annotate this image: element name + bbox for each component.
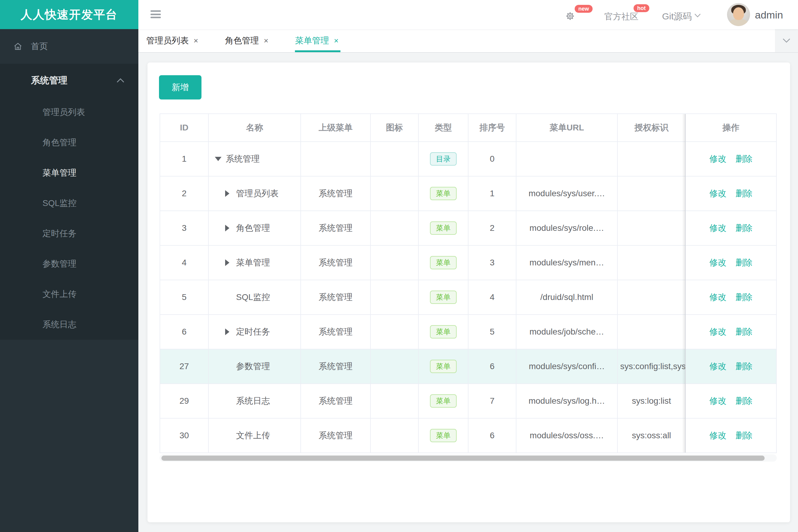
sidebar-item-7[interactable]: 系统日志 [0, 309, 138, 340]
cell-order: 4 [468, 280, 516, 315]
sidebar: 人人快速开发平台 首页 系统管理 管理员列表角色管理菜单管理SQL监控定时任务参… [0, 0, 138, 532]
community-link[interactable]: 官方社区 [605, 11, 638, 22]
cell-parent: 系统管理 [301, 315, 370, 349]
home-icon [14, 42, 22, 50]
tab-close-icon[interactable]: × [334, 36, 338, 45]
type-badge-menu: 菜单 [430, 222, 457, 235]
cell-id: 1 [160, 141, 208, 176]
table-row-3[interactable]: 3角色管理系统管理菜单2modules/sys/role.…修改删除 [160, 211, 777, 245]
sidebar-item-3[interactable]: SQL监控 [0, 188, 138, 218]
col-header-icon: 图标 [370, 114, 419, 141]
table-row-1[interactable]: 1系统管理目录0修改删除 [160, 141, 777, 176]
col-header-url: 菜单URL [516, 114, 617, 141]
delete-link[interactable]: 删除 [736, 327, 753, 336]
gear-icon[interactable] [565, 12, 575, 21]
cell-perm: sys:oss:all [617, 418, 685, 453]
cell-name: 文件上传 [236, 430, 270, 441]
tab-1[interactable]: 角色管理× [225, 29, 268, 52]
table-row-30[interactable]: 30文件上传系统管理菜单6modules/oss/oss.…sys:oss:al… [160, 418, 777, 453]
delete-link[interactable]: 删除 [736, 189, 753, 198]
table-row-29[interactable]: 29系统日志系统管理菜单7modules/sys/log.h…sys:log:l… [160, 384, 777, 418]
tab-close-icon[interactable]: × [193, 36, 198, 45]
cell-url: modules/sys/men… [516, 245, 617, 280]
cell-perm [617, 280, 685, 315]
cell-parent: 系统管理 [301, 211, 370, 245]
content: 新增 ID名称上级菜单图标类型排序号菜单URL授权标识操作 1系统管理目录0修改… [138, 53, 798, 532]
sidebar-item-home[interactable]: 首页 [0, 29, 138, 64]
sidebar-item-1[interactable]: 角色管理 [0, 127, 138, 158]
table-row-6[interactable]: 6定时任务系统管理菜单5modules/job/sche…修改删除 [160, 315, 777, 349]
edit-link[interactable]: 修改 [709, 258, 726, 267]
delete-link[interactable]: 删除 [736, 223, 753, 233]
git-link[interactable]: Git源码 [662, 10, 692, 23]
cell-url: /druid/sql.html [516, 280, 617, 315]
sidebar-section-label: 系统管理 [31, 74, 67, 87]
sidebar-item-4[interactable]: 定时任务 [0, 218, 138, 249]
sidebar-section-header[interactable]: 系统管理 [0, 64, 138, 97]
type-badge-menu: 菜单 [430, 256, 457, 269]
menu-table: ID名称上级菜单图标类型排序号菜单URL授权标识操作 1系统管理目录0修改删除2… [160, 113, 777, 453]
delete-link[interactable]: 删除 [736, 396, 753, 405]
sidebar-item-5[interactable]: 参数管理 [0, 249, 138, 279]
table-row-5[interactable]: 5SQL监控系统管理菜单4/druid/sql.html修改删除 [160, 280, 777, 315]
cell-parent: 系统管理 [301, 280, 370, 315]
table-row-4[interactable]: 4菜单管理系统管理菜单3modules/sys/men…修改删除 [160, 245, 777, 280]
scrollbar-thumb[interactable] [162, 456, 765, 461]
menu-toggle-icon[interactable] [150, 10, 161, 18]
main-area: new 官方社区 hot Git源码 admin 管理员列表×角色管理×菜单管理… [138, 0, 798, 532]
table-row-2[interactable]: 2管理员列表系统管理菜单1modules/sys/user.…修改删除 [160, 176, 777, 211]
tab-label: 角色管理 [225, 35, 259, 46]
type-badge-menu: 菜单 [430, 429, 457, 442]
cell-url: modules/sys/role.… [516, 211, 617, 245]
collapse-arrow-icon[interactable] [215, 157, 222, 161]
add-button[interactable]: 新增 [159, 75, 202, 99]
sidebar-item-6[interactable]: 文件上传 [0, 279, 138, 309]
edit-link[interactable]: 修改 [709, 431, 726, 440]
cell-name: 定时任务 [236, 326, 270, 338]
hot-badge: hot [633, 4, 649, 12]
edit-link[interactable]: 修改 [709, 154, 726, 164]
edit-link[interactable]: 修改 [709, 292, 726, 302]
edit-link[interactable]: 修改 [709, 362, 726, 371]
sidebar-item-2[interactable]: 菜单管理 [0, 158, 138, 188]
edit-link[interactable]: 修改 [709, 189, 726, 198]
content-card: 新增 ID名称上级菜单图标类型排序号菜单URL授权标识操作 1系统管理目录0修改… [147, 62, 790, 522]
sidebar-home-label: 首页 [31, 41, 48, 52]
cell-url: modules/sys/user.… [516, 176, 617, 211]
delete-link[interactable]: 删除 [736, 154, 753, 164]
cell-name: 系统日志 [236, 395, 270, 407]
sidebar-subitems: 管理员列表角色管理菜单管理SQL监控定时任务参数管理文件上传系统日志 [0, 97, 138, 340]
tab-2[interactable]: 菜单管理× [295, 29, 338, 52]
expand-arrow-icon[interactable] [225, 225, 229, 231]
expand-arrow-icon[interactable] [225, 190, 229, 197]
expand-arrow-icon[interactable] [225, 259, 229, 266]
edit-link[interactable]: 修改 [709, 223, 726, 233]
table-header-row: ID名称上级菜单图标类型排序号菜单URL授权标识操作 [160, 114, 777, 141]
edit-link[interactable]: 修改 [709, 396, 726, 405]
cell-icon [370, 211, 419, 245]
expand-arrow-icon[interactable] [225, 328, 229, 335]
sidebar-item-0[interactable]: 管理员列表 [0, 97, 138, 127]
cell-parent: 系统管理 [301, 418, 370, 453]
cell-perm [617, 315, 685, 349]
cell-id: 29 [160, 384, 208, 418]
tabs-dropdown-button[interactable] [775, 29, 798, 52]
chevron-down-icon [782, 38, 791, 43]
tab-close-icon[interactable]: × [264, 36, 268, 45]
cell-perm [617, 245, 685, 280]
delete-link[interactable]: 删除 [736, 292, 753, 302]
avatar[interactable] [727, 3, 750, 26]
delete-link[interactable]: 删除 [736, 258, 753, 267]
delete-link[interactable]: 删除 [736, 362, 753, 371]
cell-url: modules/job/sche… [516, 315, 617, 349]
tab-0[interactable]: 管理员列表× [146, 29, 198, 52]
username[interactable]: admin [755, 9, 783, 21]
type-badge-menu: 菜单 [430, 325, 457, 339]
delete-link[interactable]: 删除 [736, 431, 753, 440]
col-header-name: 名称 [208, 114, 301, 141]
edit-link[interactable]: 修改 [709, 327, 726, 336]
cell-url [516, 141, 617, 176]
cell-icon [370, 176, 419, 211]
cell-name: 管理员列表 [236, 188, 279, 199]
table-row-27[interactable]: 27参数管理系统管理菜单6modules/sys/confi…sys:confi… [160, 349, 777, 384]
